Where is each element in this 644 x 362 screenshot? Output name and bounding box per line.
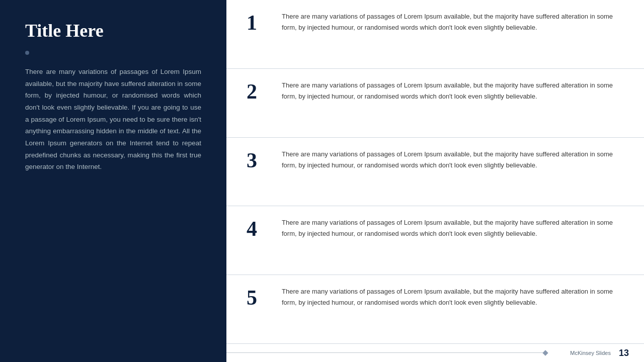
numbered-list: 1There are many variations of passages o…: [226, 0, 644, 344]
list-item: 1There are many variations of passages o…: [226, 0, 644, 69]
footer: McKinsey Slides 13: [226, 344, 644, 362]
list-number-4: 4: [247, 216, 282, 239]
footer-page-number: 13: [619, 348, 629, 358]
divider-dot: [25, 51, 29, 55]
list-item: 5There are many variations of passages o…: [226, 275, 644, 344]
left-panel: Title Here There are many variations of …: [0, 0, 226, 362]
footer-diamond-icon: [542, 350, 548, 355]
list-text-4: There are many variations of passages of…: [282, 216, 619, 239]
list-item: 4There are many variations of passages o…: [226, 206, 644, 275]
list-text-3: There are many variations of passages of…: [282, 148, 619, 171]
list-number-1: 1: [247, 10, 282, 33]
list-number-3: 3: [247, 148, 282, 171]
list-number-2: 2: [247, 79, 282, 102]
slide-title: Title Here: [25, 20, 201, 42]
list-text-2: There are many variations of passages of…: [282, 79, 619, 102]
footer-brand: McKinsey Slides: [570, 350, 611, 356]
list-number-5: 5: [247, 285, 282, 308]
list-text-1: There are many variations of passages of…: [282, 10, 619, 33]
body-text: There are many variations of passages of…: [25, 66, 201, 173]
list-item: 2There are many variations of passages o…: [226, 69, 644, 138]
list-item: 3There are many variations of passages o…: [226, 138, 644, 207]
list-text-5: There are many variations of passages of…: [282, 285, 619, 308]
right-panel: 1There are many variations of passages o…: [226, 0, 644, 362]
footer-line: [226, 352, 543, 353]
